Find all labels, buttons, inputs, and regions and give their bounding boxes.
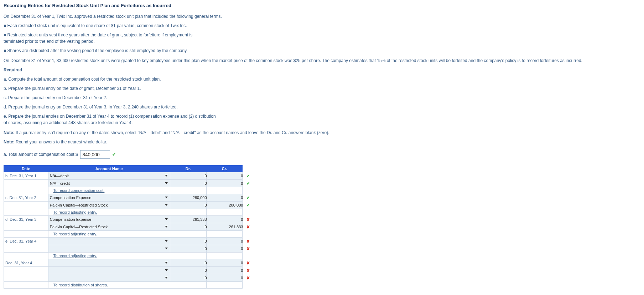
account-select[interactable]: Paid-in Capital—Restricted Stock — [48, 224, 170, 230]
debit-input[interactable] — [170, 274, 209, 281]
debit-input[interactable] — [170, 267, 209, 274]
col-dr: Dr. — [170, 166, 206, 172]
bullet-3: Shares are distributed after the vesting… — [4, 47, 640, 54]
debit-input[interactable] — [170, 238, 209, 245]
date-cell — [4, 274, 48, 282]
col-cr: Cr. — [206, 166, 243, 172]
credit-input[interactable] — [207, 223, 245, 230]
note-1-text: If a journal entry isn't required on any… — [15, 130, 329, 135]
required-heading: Required — [4, 67, 640, 73]
account-select[interactable] — [48, 260, 170, 266]
memo-text: To record compensation cost. — [48, 188, 105, 193]
table-row: To record compensation cost. — [4, 187, 253, 194]
credit-input[interactable] — [207, 172, 245, 179]
credit-input[interactable] — [207, 180, 245, 187]
table-row: To record adjusting entry. — [4, 253, 253, 259]
part-a-row: a. Total amount of compensation cost $ ✔ — [4, 150, 640, 159]
table-row: ✘ — [4, 245, 253, 253]
account-select[interactable]: Paid-in Capital—Restricted Stock — [48, 202, 170, 208]
bullet-1: Each restricted stock unit is equivalent… — [4, 22, 640, 29]
account-select[interactable]: N/A—debit — [48, 173, 170, 179]
journal-entry-table: Date Account Name Dr. Cr. b. Dec. 31, Ye… — [4, 165, 253, 289]
table-row: N/A—credit✔ — [4, 180, 253, 187]
memo-text: To record adjusting entry. — [48, 254, 97, 258]
required-c: c. Prepare the journal entry on December… — [4, 95, 640, 101]
account-select[interactable]: N/A—credit — [48, 180, 170, 187]
memo-text: To record distribution of shares. — [48, 283, 108, 287]
col-account: Account Name — [48, 166, 170, 172]
credit-input[interactable] — [207, 202, 245, 209]
date-cell: b. Dec. 31, Year 1 — [4, 172, 48, 180]
note-2-label: Note: — [4, 139, 15, 144]
table-row: b. Dec. 31, Year 1N/A—debit✔ — [4, 172, 253, 180]
debit-input[interactable] — [170, 245, 209, 252]
compensation-cost-input[interactable] — [80, 150, 110, 159]
check-icon: ✔ — [112, 152, 116, 157]
note-1: Note: If a journal entry isn't required … — [4, 129, 640, 136]
account-select[interactable] — [48, 238, 170, 244]
debit-input[interactable] — [170, 216, 209, 223]
table-row: To record adjusting entry. — [4, 209, 253, 216]
table-row: ✘ — [4, 267, 253, 274]
intro-paragraph-1: On December 31 of Year 1, Twix Inc. appr… — [4, 13, 640, 20]
table-row: d. Dec. 31, Year 3Compensation Expense✘ — [4, 216, 253, 223]
date-cell: Dec. 31, Year 4 — [4, 259, 48, 267]
memo-text: To record adjusting entry. — [48, 210, 97, 214]
date-cell — [4, 245, 48, 253]
date-cell: e. Dec. 31, Year 4 — [4, 238, 48, 245]
credit-input[interactable] — [207, 259, 245, 266]
date-cell — [4, 223, 48, 231]
page-title: Recording Entries for Restricted Stock U… — [4, 3, 640, 8]
memo-text: To record adjusting entry. — [48, 232, 97, 236]
required-a: a. Compute the total amount of compensat… — [4, 76, 640, 82]
bullet-2-cont: terminated prior to the end of the vesti… — [4, 38, 640, 45]
credit-input[interactable] — [207, 267, 245, 274]
required-b: b. Prepare the journal entry on the date… — [4, 85, 640, 92]
date-cell — [4, 180, 48, 187]
credit-input[interactable] — [207, 245, 245, 252]
intro-paragraph-2: On December 31 of Year 1, 33,600 restric… — [4, 57, 640, 64]
note-1-label: Note: — [4, 130, 15, 135]
note-2-text: Round your answers to the nearest whole … — [15, 139, 107, 144]
required-e-cont: of shares, assuming an additional 448 sh… — [4, 119, 640, 126]
date-cell: c. Dec. 31, Year 2 — [4, 194, 48, 202]
debit-input[interactable] — [170, 202, 209, 209]
table-row: Dec. 31, Year 4✘ — [4, 259, 253, 267]
account-select[interactable] — [48, 275, 170, 281]
account-select[interactable] — [48, 267, 170, 274]
required-d: d. Prepare the journal entry on December… — [4, 104, 640, 110]
table-row: To record adjusting entry. — [4, 231, 253, 238]
table-row: Paid-in Capital—Restricted Stock✘ — [4, 223, 253, 231]
date-cell: d. Dec. 31, Year 3 — [4, 216, 48, 223]
table-row: c. Dec. 31, Year 2Compensation Expense✔ — [4, 194, 253, 202]
credit-input[interactable] — [207, 194, 245, 201]
date-cell — [4, 202, 48, 209]
debit-input[interactable] — [170, 194, 209, 201]
debit-input[interactable] — [170, 180, 209, 187]
account-select[interactable] — [48, 245, 170, 252]
bullet-2: Restricted stock units vest three years … — [4, 32, 640, 38]
part-a-label: a. Total amount of compensation cost $ — [4, 152, 78, 157]
debit-input[interactable] — [170, 223, 209, 230]
debit-input[interactable] — [170, 259, 209, 266]
table-row: Paid-in Capital—Restricted Stock✔ — [4, 202, 253, 209]
account-select[interactable]: Compensation Expense — [48, 194, 170, 201]
credit-input[interactable] — [207, 274, 245, 281]
table-row: e. Dec. 31, Year 4✘ — [4, 238, 253, 245]
credit-input[interactable] — [207, 238, 245, 245]
account-select[interactable]: Compensation Expense — [48, 216, 170, 223]
credit-input[interactable] — [207, 216, 245, 223]
table-row: ✘ — [4, 274, 253, 282]
col-date: Date — [4, 166, 48, 172]
date-cell — [4, 267, 48, 274]
debit-input[interactable] — [170, 172, 209, 179]
table-row: To record distribution of shares. — [4, 282, 253, 289]
note-2: Note: Round your answers to the nearest … — [4, 139, 640, 145]
required-e: e. Prepare the journal entries on Decemb… — [4, 113, 640, 119]
